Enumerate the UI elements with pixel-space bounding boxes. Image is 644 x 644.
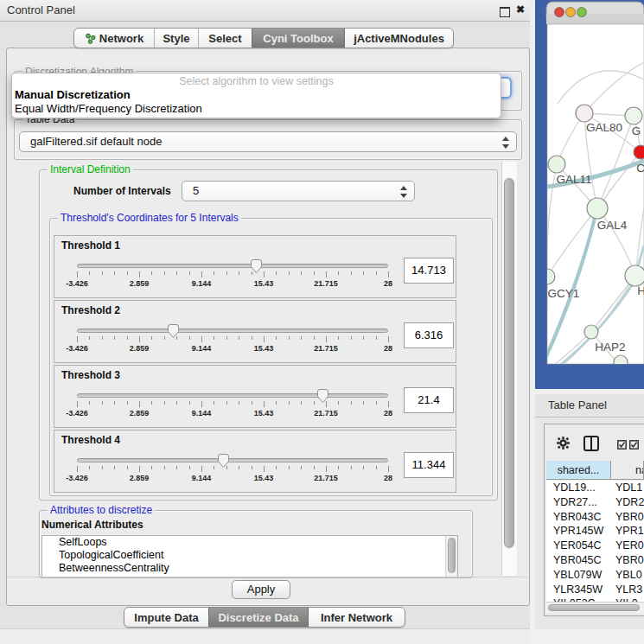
slider-tick [226,271,227,275]
slider-tick [151,271,152,275]
algorithm-dropdown-popup: Select algorithm to view settings Manual… [11,73,501,118]
threshold-value-field[interactable]: 21.4 [404,387,454,413]
numerical-attributes-list[interactable]: SelfLoopsTopologicalCoefficientBetweenne… [41,535,458,577]
slider-tick [114,271,115,275]
zoom-traffic-light[interactable] [577,8,587,17]
tab-network[interactable]: Network [74,29,154,48]
list-item[interactable]: SelfLoops [42,536,457,549]
slider-tick [189,466,190,469]
slider-tick-label: 21.715 [307,409,345,418]
table-data-combo[interactable]: galFiltered.sif default node [19,131,517,152]
slider-tick [264,466,265,472]
slider-tick [77,466,78,472]
network-view[interactable]: GAL80GCGAL11GAL4GCY1HHAP2 [535,0,644,389]
slider-tick [301,336,302,340]
threshold-value-field[interactable]: 6.316 [404,322,454,348]
checkbox-checked-icon[interactable] [617,440,627,450]
slider-tick [151,466,152,469]
slider-tick [201,336,202,342]
threshold-panel: Threshold 4-3.4262.8599.14415.4321.71528… [54,430,456,493]
network-node[interactable] [634,145,644,159]
slider-handle[interactable] [167,323,180,339]
tab-style[interactable]: Style [154,29,198,48]
slider-tick [114,401,115,405]
slider-handle[interactable] [316,388,329,404]
slider-tick [151,401,152,405]
number-of-intervals-combo[interactable]: 5 [182,181,415,201]
slider-tick [376,336,377,340]
slider-tick-label: -3.426 [58,474,96,482]
algorithm-option[interactable]: Manual Discretization [14,88,499,102]
slider-tick-label: 9.144 [182,474,220,482]
algorithm-popup-hint: Select algorithm to view settings [12,75,501,87]
slider-tick [164,271,165,275]
checkbox-checked-icon[interactable] [629,440,639,450]
network-node[interactable] [576,105,593,122]
slider-tick [363,271,364,275]
threshold-value-field[interactable]: 14.713 [404,258,454,284]
slider-tick [338,466,339,469]
slider-tick [176,401,177,405]
network-node-label: HAP2 [595,341,625,354]
slider-track[interactable] [77,264,388,268]
minimize-traffic-light[interactable] [566,8,576,17]
list-item[interactable]: BetweennessCentrality [42,562,457,575]
slider-tick-label: 2.859 [120,409,158,418]
threshold-value-field[interactable]: 11.344 [404,452,454,478]
table-cell: YLR345W [553,583,610,596]
slider-tick-label: 2.859 [120,344,158,353]
gear-icon[interactable] [557,437,570,450]
table-column-header[interactable]: shared... [546,461,611,480]
tab-infer-network[interactable]: Infer Network [308,608,405,627]
network-node[interactable] [625,265,644,286]
slider-tick [127,466,128,469]
list-item[interactable]: TopologicalCoefficient [42,549,457,562]
slider-tick [351,466,352,469]
slider-track[interactable] [77,328,388,333]
table-column-header[interactable]: na [611,461,644,480]
tab-select[interactable]: Select [198,29,252,48]
tab-jactivemnodules[interactable]: jActiveMNodules [344,29,453,48]
threshold-panel: Threshold 1-3.4262.8599.14415.4321.71528… [54,235,456,298]
slider-tick-label: 9.144 [182,279,220,288]
network-node[interactable] [625,107,642,124]
slider-tick-label: 15.43 [245,474,283,482]
table-hscrollbar[interactable] [546,602,644,613]
slider-handle[interactable] [250,258,263,274]
panel-scrollbar[interactable] [501,162,517,576]
tab-label: Infer Network [321,611,392,624]
tab-cyni-toolbox[interactable]: Cyni Toolbox [252,29,344,48]
network-node[interactable] [548,156,565,173]
slider-tick [338,401,339,405]
panel-scrollbar-thumb[interactable] [504,178,514,548]
slider-track[interactable] [77,393,388,398]
slider-tick [252,336,252,340]
algorithm-option[interactable]: Equal Width/Frequency Discretization [14,102,499,116]
split-columns-icon[interactable] [583,436,599,451]
slider-tick [314,271,315,275]
threshold-panel: Threshold 2-3.4262.8599.14415.4321.71528… [54,300,456,363]
tab-impute-data[interactable]: Impute Data [124,608,208,627]
slider-tick [388,336,389,342]
slider-track[interactable] [77,458,388,462]
network-canvas[interactable] [547,24,644,364]
slider-tick-label: 15.43 [245,279,283,288]
table-hscrollbar-thumb[interactable] [548,604,640,611]
network-node[interactable] [587,198,608,219]
apply-button[interactable]: Apply [232,580,290,599]
network-node[interactable] [584,325,598,339]
table-panel-titlebar: Table Panel [535,394,644,418]
tab-discretize-data[interactable]: Discretize Data [208,608,308,627]
control-panel-tab-bar: NetworkStyleSelectCyni ToolboxjActiveMNo… [73,28,454,48]
slider-tick [376,271,377,275]
slider-tick [214,466,214,469]
slider-tick [276,336,277,340]
slider-tick-label: 9.144 [182,409,220,418]
float-window-icon[interactable] [500,7,510,17]
close-traffic-light[interactable] [555,8,564,17]
slider-tick-label: 28 [369,344,407,353]
slider-handle[interactable] [217,453,230,469]
slider-tick-label: 21.715 [307,344,345,353]
close-icon[interactable]: ✖ [516,3,525,16]
slider-tick [338,271,339,275]
